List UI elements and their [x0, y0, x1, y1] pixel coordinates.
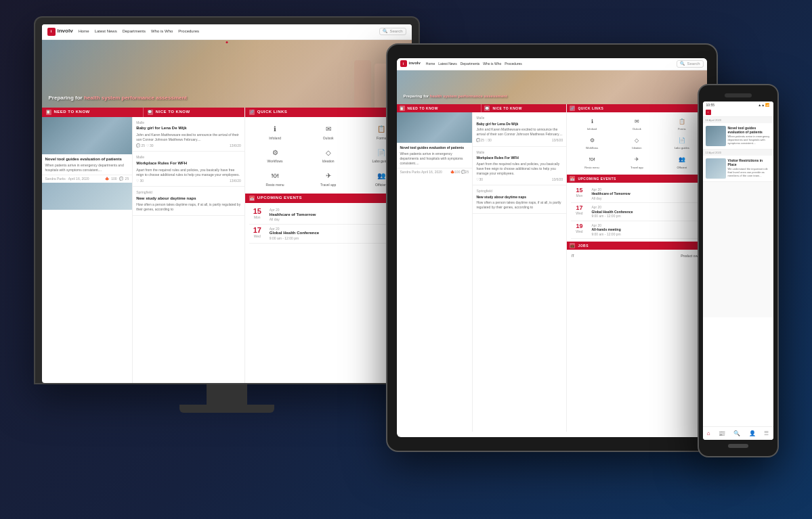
t-ql-ideation[interactable]: ◇ Ideation [615, 134, 659, 152]
tablet-logo-icon: i [400, 60, 407, 67]
nav-news[interactable]: Latest News [95, 29, 117, 35]
nav-departments[interactable]: Departments [123, 29, 146, 35]
tablet-device: i involv Home Latest News Departments Wh… [386, 43, 718, 452]
phone-home-nav[interactable]: ⌂ [707, 430, 710, 436]
t-nav-home[interactable]: Home [426, 62, 435, 66]
desktop-search[interactable]: 🔍 Search [379, 28, 406, 36]
phone-articles-scroll[interactable]: 16 April 2020 Novel tool guides evaluati… [703, 117, 773, 434]
t-nav-proc[interactable]: Procedures [505, 62, 522, 66]
tablet-search[interactable]: 🔍 Search [677, 60, 703, 68]
ql-ideation[interactable]: ◇ Ideation [302, 144, 354, 166]
phone-home-button[interactable] [728, 444, 748, 448]
nav-who[interactable]: Who is Who [151, 29, 173, 35]
phone-news-nav[interactable]: 📰 [719, 430, 725, 436]
comment-icon: 💬 [119, 177, 123, 181]
nav-procedures[interactable]: Procedures [178, 29, 199, 35]
event-1[interactable]: 15 Mon Apr 20 Healthcare of Tomorrow All… [249, 206, 408, 225]
tablet-nav-links: Home Latest News Departments Who is Who … [426, 62, 672, 66]
nice-article-1[interactable]: Malle Baby girl for Lena De Wijk John an… [133, 117, 244, 152]
ql-resto[interactable]: 🍽 Resto menu [249, 168, 301, 190]
hero-highlight: health system performance assessment [84, 95, 187, 101]
t-nav-who[interactable]: Who is Who [483, 62, 501, 66]
event-2[interactable]: 17 Wed Apr 20 Global Health Conference 9… [249, 225, 408, 244]
desktop-nav-links: Home Latest News Departments Who is Who … [79, 29, 375, 35]
t-nice-header: 💬 NICE TO KNOW [482, 104, 566, 112]
t-ql-header: 🔗 QUICK LINKS [567, 104, 706, 112]
t-main-title[interactable]: Novel tool guides evaluation of patients [397, 143, 473, 152]
nice-meta-1: 💬 25 ♡ 30 13/6/20 [136, 143, 241, 148]
search-label: Search [389, 29, 402, 35]
t-main-meta: Sandra Parks April 16, 2020 🍁100 💬25 [397, 168, 473, 176]
main-article-body: When patients arrive in emergency depart… [42, 163, 133, 175]
phone-device: 10:55 ▲▲ 📶 i 16 April 2020 [698, 84, 779, 457]
t-jobs-header: 💼 JOBS [567, 242, 706, 250]
desktop-nav: i involv Home Latest News Departments Wh… [42, 24, 412, 40]
t-events-list: 15 Mon Apr 20 Healthcare of Tomorrow All… [567, 183, 706, 242]
t-search-icon: 🔍 [680, 62, 685, 67]
main-article-title[interactable]: Novel tool guides evaluation of patients [42, 154, 133, 164]
monitor-stand-base [179, 405, 274, 413]
t-jobs-list: IT Product owner [567, 250, 706, 263]
ql-outlook[interactable]: ✉ Oulook [302, 121, 354, 143]
phone-date-1: 16 April 2020 [703, 117, 773, 123]
phone-profile-nav[interactable]: 👤 [749, 430, 756, 436]
t-event-2[interactable]: 17 Wed Apr 20 Global Health Conference 9… [571, 203, 702, 221]
phone-search-nav[interactable]: 🔍 [733, 430, 740, 436]
desktop-logo: i involv [47, 28, 73, 36]
phone-content-placeholder [703, 182, 773, 317]
phone-notch [725, 93, 752, 97]
tablet-screen: i involv Home Latest News Departments Wh… [397, 58, 707, 437]
phone-signal: ▲▲ 📶 [758, 103, 769, 107]
tablet-nav: i involv Home Latest News Departments Wh… [397, 58, 707, 71]
t-ql-resto[interactable]: 🍽 Resto menu [570, 154, 614, 172]
t-events-header: 📅 UPCOMING EVENTS [567, 175, 706, 183]
t-nav-dept[interactable]: Departments [461, 62, 480, 66]
infoland-icon: ℹ [270, 124, 280, 135]
t-ql-outlook[interactable]: ✉ Oulook [615, 115, 659, 133]
ql-infoland[interactable]: ℹ Infoland [249, 121, 301, 143]
t-nav-news[interactable]: Latest News [438, 62, 457, 66]
desktop-hero: Preparing for health system performance … [42, 40, 412, 108]
t-main-body: When patients arrive in emergency depart… [397, 152, 473, 168]
phone-article-1[interactable]: Novel tool guides evaluation of patients… [703, 123, 773, 150]
nav-home[interactable]: Home [79, 29, 89, 35]
t-nice-1[interactable]: Malle Baby girl for Lena De Wijk John an… [473, 112, 566, 147]
phone-status-bar: 10:55 ▲▲ 📶 [703, 101, 773, 108]
t-ql-grid: ℹ Infoland ✉ Oulook 📋 Forms [567, 112, 706, 175]
need-to-know-header: 📋 NEED TO KNOW [42, 108, 144, 117]
phone-menu-nav[interactable]: ☰ [764, 430, 769, 436]
t-event-1[interactable]: 15 Mon Apr 20 Healthcare of Tomorrow All… [571, 185, 702, 204]
second-article-image [42, 183, 133, 210]
phone-art1-img [706, 126, 726, 146]
resto-icon: 🍽 [270, 171, 280, 181]
dual-header: 📋 NEED TO KNOW 💬 NICE TO KNOW [42, 108, 244, 117]
search-icon: 🔍 [383, 29, 387, 35]
phone-screen: 10:55 ▲▲ 📶 i 16 April 2020 [703, 101, 773, 440]
article-author: Sandra Parks · April 16, 2020 [45, 177, 89, 181]
nice-to-know-header: 💬 NICE TO KNOW [144, 108, 244, 117]
ql-travel[interactable]: ✈ Travel app [302, 168, 354, 190]
t-nice-3[interactable]: Springfield New study abour daytime naps… [473, 185, 566, 214]
ql-workflows[interactable]: ⚙ Workflows [249, 144, 301, 166]
tablet-hero: Preparing for health system performance … [397, 70, 707, 104]
t-ql-workflows[interactable]: ⚙ Workflows [570, 134, 614, 152]
brand-name: involv [58, 28, 73, 35]
t-job-1[interactable]: IT Product owner [571, 252, 702, 260]
calendar-icon: 📅 [249, 196, 255, 201]
main-article-meta: Sandra Parks · April 16, 2020 🍁 100 💬 25 [42, 175, 133, 183]
t-need-header: 📋 NEED TO KNOW [397, 104, 482, 112]
nice-social-2: ♡ 30 [136, 179, 144, 183]
t-ql-infoland[interactable]: ℹ Infoland [570, 115, 614, 133]
phone-date-2: 13 April 2020 [703, 150, 773, 156]
nice-article-3[interactable]: Springfield New study abour daytime naps… [133, 187, 244, 216]
nice-article-2[interactable]: Malle Workplace Rules For WFH Apart from… [133, 152, 244, 187]
t-ql-travel[interactable]: ✈ Travel app [615, 154, 659, 172]
phone-nav: i [703, 108, 773, 117]
ideation-icon: ◇ [323, 147, 334, 158]
tablet-brand: involv [409, 61, 421, 66]
main-article-image [42, 117, 133, 154]
phone-article-2[interactable]: Visitor Restrictions in Place We underst… [703, 156, 773, 182]
tablet-logo: i involv [400, 60, 421, 67]
t-nice-2[interactable]: Malle Workplace Rules For WFH Apart from… [473, 147, 566, 186]
t-event-3[interactable]: 19 Wed Apr 20 All-hands meeting 9:00 am … [571, 221, 702, 240]
